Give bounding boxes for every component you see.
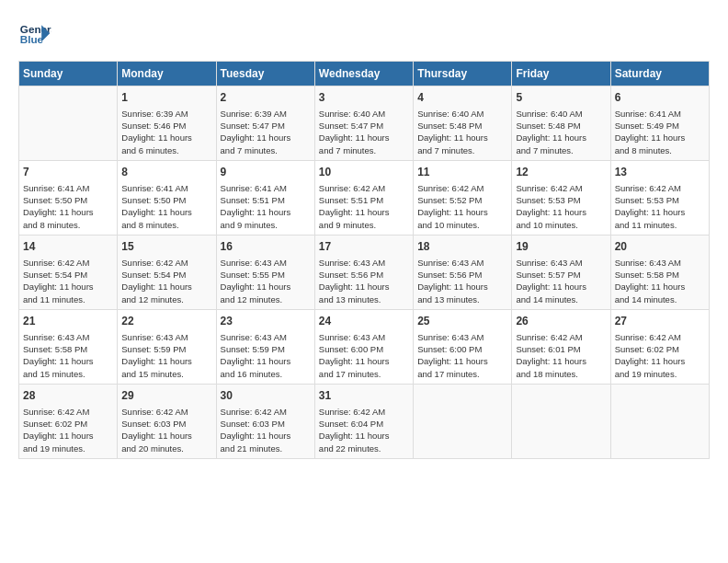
day-number: 1 (121, 90, 211, 106)
day-cell: 24Sunrise: 6:43 AMSunset: 6:00 PMDayligh… (314, 309, 413, 384)
week-row-0: 1Sunrise: 6:39 AMSunset: 5:46 PMDaylight… (19, 86, 710, 161)
logo: General Blue (18, 18, 51, 52)
day-cell: 18Sunrise: 6:43 AMSunset: 5:56 PMDayligh… (414, 235, 512, 309)
day-cell: 5Sunrise: 6:40 AMSunset: 5:48 PMDaylight… (512, 86, 610, 161)
day-number: 24 (319, 314, 409, 329)
day-info: Sunrise: 6:43 AMSunset: 5:57 PMDaylight:… (516, 257, 606, 305)
week-row-3: 21Sunrise: 6:43 AMSunset: 5:58 PMDayligh… (19, 309, 710, 384)
day-cell: 1Sunrise: 6:39 AMSunset: 5:46 PMDaylight… (118, 86, 216, 161)
day-cell (414, 384, 512, 458)
calendar-header: SundayMondayTuesdayWednesdayThursdayFrid… (19, 62, 710, 86)
week-row-1: 7Sunrise: 6:41 AMSunset: 5:50 PMDaylight… (19, 160, 710, 235)
day-cell: 28Sunrise: 6:42 AMSunset: 6:02 PMDayligh… (19, 384, 118, 458)
page-header: General Blue (18, 18, 710, 52)
header-cell-wednesday: Wednesday (314, 62, 413, 86)
day-number: 25 (417, 314, 507, 329)
day-info: Sunrise: 6:41 AMSunset: 5:50 PMDaylight:… (121, 182, 211, 231)
day-number: 15 (121, 239, 211, 255)
day-cell: 4Sunrise: 6:40 AMSunset: 5:48 PMDaylight… (414, 86, 512, 161)
day-cell: 6Sunrise: 6:41 AMSunset: 5:49 PMDaylight… (610, 86, 709, 161)
day-info: Sunrise: 6:43 AMSunset: 5:56 PMDaylight:… (417, 257, 507, 305)
day-cell: 26Sunrise: 6:42 AMSunset: 6:01 PMDayligh… (512, 309, 610, 384)
week-row-2: 14Sunrise: 6:42 AMSunset: 5:54 PMDayligh… (19, 235, 710, 309)
day-cell: 25Sunrise: 6:43 AMSunset: 6:00 PMDayligh… (414, 309, 512, 384)
day-info: Sunrise: 6:43 AMSunset: 5:58 PMDaylight:… (23, 331, 113, 380)
day-number: 28 (23, 388, 113, 404)
header-cell-thursday: Thursday (414, 62, 512, 86)
day-info: Sunrise: 6:42 AMSunset: 5:53 PMDaylight:… (615, 182, 705, 231)
day-info: Sunrise: 6:43 AMSunset: 5:56 PMDaylight:… (319, 257, 409, 305)
day-info: Sunrise: 6:40 AMSunset: 5:47 PMDaylight:… (319, 108, 409, 156)
day-info: Sunrise: 6:43 AMSunset: 6:00 PMDaylight:… (319, 331, 409, 380)
header-cell-tuesday: Tuesday (216, 62, 314, 86)
day-cell: 11Sunrise: 6:42 AMSunset: 5:52 PMDayligh… (414, 160, 512, 235)
day-cell: 9Sunrise: 6:41 AMSunset: 5:51 PMDaylight… (216, 160, 314, 235)
day-info: Sunrise: 6:39 AMSunset: 5:46 PMDaylight:… (121, 108, 211, 156)
day-cell: 15Sunrise: 6:42 AMSunset: 5:54 PMDayligh… (118, 235, 216, 309)
day-info: Sunrise: 6:40 AMSunset: 5:48 PMDaylight:… (417, 108, 507, 156)
day-cell: 30Sunrise: 6:42 AMSunset: 6:03 PMDayligh… (216, 384, 314, 458)
day-cell: 12Sunrise: 6:42 AMSunset: 5:53 PMDayligh… (512, 160, 610, 235)
day-number: 5 (516, 90, 606, 106)
day-info: Sunrise: 6:42 AMSunset: 6:03 PMDaylight:… (121, 406, 211, 454)
day-info: Sunrise: 6:42 AMSunset: 5:54 PMDaylight:… (121, 257, 211, 305)
day-number: 20 (615, 239, 705, 255)
day-info: Sunrise: 6:42 AMSunset: 5:51 PMDaylight:… (319, 182, 409, 231)
day-number: 19 (516, 239, 606, 255)
day-number: 31 (319, 388, 409, 404)
day-number: 21 (23, 314, 113, 329)
day-cell: 27Sunrise: 6:42 AMSunset: 6:02 PMDayligh… (610, 309, 709, 384)
day-cell: 14Sunrise: 6:42 AMSunset: 5:54 PMDayligh… (19, 235, 118, 309)
day-info: Sunrise: 6:42 AMSunset: 5:54 PMDaylight:… (23, 257, 113, 305)
day-number: 30 (221, 388, 311, 404)
day-number: 7 (23, 165, 113, 180)
day-number: 18 (417, 239, 507, 255)
day-number: 23 (221, 314, 311, 329)
day-info: Sunrise: 6:43 AMSunset: 5:59 PMDaylight:… (121, 331, 211, 380)
day-info: Sunrise: 6:42 AMSunset: 6:02 PMDaylight:… (615, 331, 705, 380)
day-cell (512, 384, 610, 458)
day-info: Sunrise: 6:41 AMSunset: 5:50 PMDaylight:… (23, 182, 113, 231)
day-number: 11 (417, 165, 507, 180)
header-cell-friday: Friday (512, 62, 610, 86)
day-info: Sunrise: 6:43 AMSunset: 5:58 PMDaylight:… (615, 257, 705, 305)
header-cell-monday: Monday (118, 62, 216, 86)
day-info: Sunrise: 6:43 AMSunset: 6:00 PMDaylight:… (417, 331, 507, 380)
day-number: 29 (121, 388, 211, 404)
day-number: 9 (221, 165, 311, 180)
day-number: 13 (615, 165, 705, 180)
day-number: 8 (121, 165, 211, 180)
day-cell: 13Sunrise: 6:42 AMSunset: 5:53 PMDayligh… (610, 160, 709, 235)
day-info: Sunrise: 6:42 AMSunset: 5:53 PMDaylight:… (516, 182, 606, 231)
day-info: Sunrise: 6:42 AMSunset: 6:03 PMDaylight:… (221, 406, 311, 454)
day-cell: 29Sunrise: 6:42 AMSunset: 6:03 PMDayligh… (118, 384, 216, 458)
day-cell: 21Sunrise: 6:43 AMSunset: 5:58 PMDayligh… (19, 309, 118, 384)
day-number: 22 (121, 314, 211, 329)
day-number: 14 (23, 239, 113, 255)
day-cell (610, 384, 709, 458)
day-number: 27 (615, 314, 705, 329)
day-cell: 31Sunrise: 6:42 AMSunset: 6:04 PMDayligh… (314, 384, 413, 458)
day-info: Sunrise: 6:39 AMSunset: 5:47 PMDaylight:… (221, 108, 311, 156)
day-info: Sunrise: 6:42 AMSunset: 5:52 PMDaylight:… (417, 182, 507, 231)
day-cell: 10Sunrise: 6:42 AMSunset: 5:51 PMDayligh… (314, 160, 413, 235)
header-row: SundayMondayTuesdayWednesdayThursdayFrid… (19, 62, 710, 86)
day-cell: 3Sunrise: 6:40 AMSunset: 5:47 PMDaylight… (314, 86, 413, 161)
day-info: Sunrise: 6:41 AMSunset: 5:49 PMDaylight:… (615, 108, 705, 156)
calendar-body: 1Sunrise: 6:39 AMSunset: 5:46 PMDaylight… (19, 86, 710, 459)
day-info: Sunrise: 6:43 AMSunset: 5:59 PMDaylight:… (221, 331, 311, 380)
day-info: Sunrise: 6:43 AMSunset: 5:55 PMDaylight:… (221, 257, 311, 305)
day-info: Sunrise: 6:40 AMSunset: 5:48 PMDaylight:… (516, 108, 606, 156)
day-cell: 2Sunrise: 6:39 AMSunset: 5:47 PMDaylight… (216, 86, 314, 161)
header-cell-saturday: Saturday (610, 62, 709, 86)
logo-icon: General Blue (18, 18, 51, 52)
day-cell (19, 86, 118, 161)
day-number: 12 (516, 165, 606, 180)
day-cell: 7Sunrise: 6:41 AMSunset: 5:50 PMDaylight… (19, 160, 118, 235)
day-number: 3 (319, 90, 409, 106)
day-cell: 23Sunrise: 6:43 AMSunset: 5:59 PMDayligh… (216, 309, 314, 384)
day-cell: 22Sunrise: 6:43 AMSunset: 5:59 PMDayligh… (118, 309, 216, 384)
day-number: 4 (417, 90, 507, 106)
day-number: 26 (516, 314, 606, 329)
day-cell: 8Sunrise: 6:41 AMSunset: 5:50 PMDaylight… (118, 160, 216, 235)
